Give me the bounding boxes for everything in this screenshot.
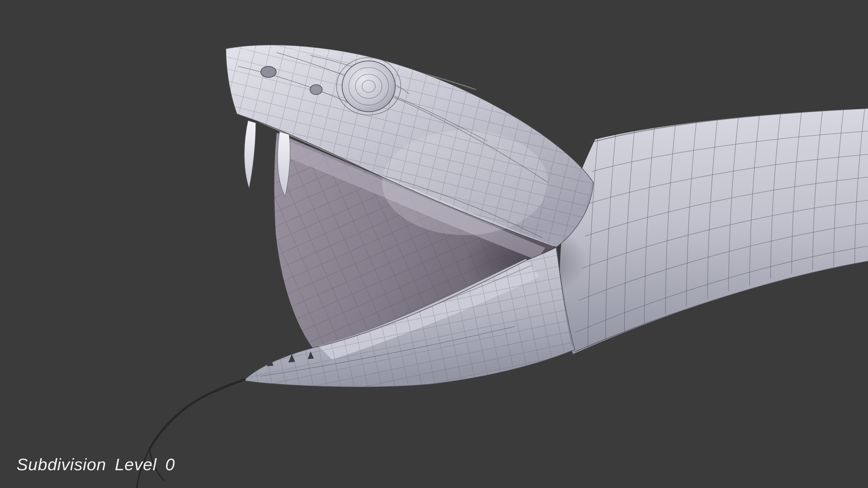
nostril	[261, 66, 276, 77]
3d-viewport[interactable]: Subdivision Level 0	[0, 0, 868, 488]
viewport-render	[0, 0, 868, 488]
subdivision-level-label: Subdivision Level 0	[17, 455, 175, 474]
eye	[337, 58, 401, 115]
heat-pit	[310, 85, 322, 95]
